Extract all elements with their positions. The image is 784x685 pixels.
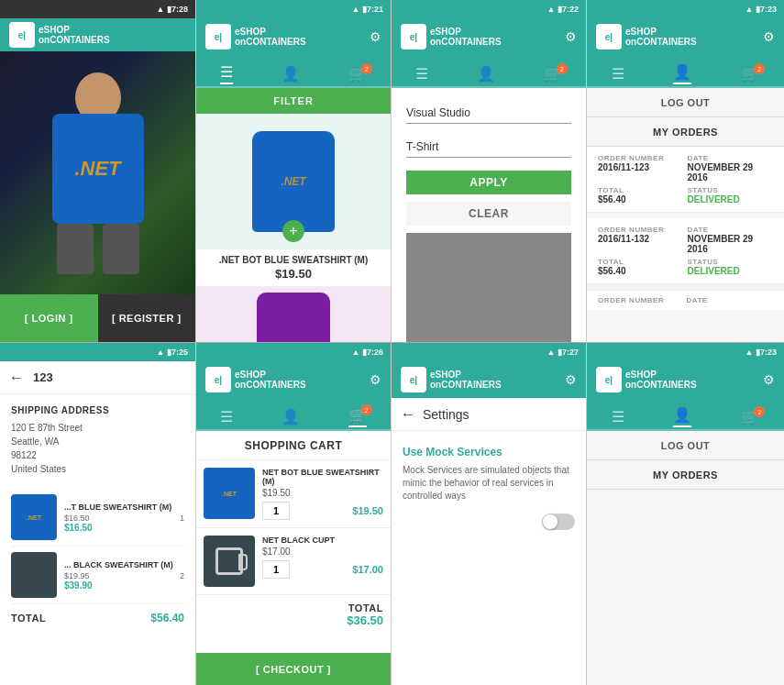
status-time-settings: 7:27 <box>562 348 579 357</box>
back-arrow-shipping[interactable]: ← <box>9 370 24 386</box>
checkout-button[interactable]: [ CHECKOUT ] <box>196 653 391 685</box>
product-image-2 <box>196 287 391 342</box>
toggle-row <box>403 514 575 530</box>
app-logo-cart: e| eSHOP onCONTAINERS <box>205 367 306 392</box>
cart-title-bar: SHOPPING CART <box>196 431 391 460</box>
orders2-app-header: e| eSHOP onCONTAINERS ⚙ <box>587 361 784 398</box>
nav-person-orders[interactable]: 👤 <box>673 63 691 84</box>
logo-text-filter: eSHOP onCONTAINERS <box>430 27 502 47</box>
logo-icon-settings: e| <box>401 367 426 392</box>
clear-filter-button[interactable]: CLEAR <box>406 202 571 226</box>
shirt-display: .NET <box>52 114 144 224</box>
login-buttons-container: [ LOGIN ] [ REGISTER ] <box>0 294 195 342</box>
catalog-header-icons: ⚙ <box>370 29 381 44</box>
order1-total: TOTAL $56.40 <box>598 186 684 204</box>
orders-app-header: e| eSHOP onCONTAINERS ⚙ <box>587 18 784 55</box>
catalog-panel: ▲ ▮ 7:21 e| eSHOP onCONTAINERS ⚙ ☰ 👤 🛒2 <box>195 0 391 342</box>
gear-icon-cart[interactable]: ⚙ <box>370 372 381 387</box>
nav-cart-orders[interactable]: 🛒2 <box>741 65 759 84</box>
register-button[interactable]: [ REGISTER ] <box>98 294 196 342</box>
status-time-login: 7:28 <box>171 5 188 14</box>
brand-filter-field <box>406 103 571 124</box>
nav-cart-cart[interactable]: 🛒2 <box>348 406 367 427</box>
left-leg <box>57 224 94 274</box>
shipping-address: 120 E 87th Street Seattle, WA 98122 Unit… <box>11 421 184 476</box>
logo-icon-cart: e| <box>205 367 231 392</box>
gear-icon-orders2[interactable]: ⚙ <box>763 372 775 387</box>
cart-thumb-2 <box>204 536 255 587</box>
app-logo-orders2: e| eSHOP onCONTAINERS <box>596 367 697 392</box>
nav-cart-orders2[interactable]: 🛒2 <box>741 408 759 427</box>
thumb-net-text-1: .NET <box>27 514 41 521</box>
brand-filter-input[interactable] <box>406 103 571 124</box>
logout-button[interactable]: LOG OUT <box>587 88 784 117</box>
gear-icon-orders[interactable]: ⚙ <box>763 29 775 44</box>
status-time-orders: 7:23 <box>760 5 777 14</box>
cart-badge-filter: 2 <box>557 63 568 74</box>
shipping-total-row: TOTAL $56.40 <box>11 604 184 632</box>
nav-cart-filter[interactable]: 🛒2 <box>544 65 562 84</box>
cart-item-1-qty[interactable]: 1 <box>262 502 290 520</box>
my-orders-title: MY ORDERS <box>587 117 784 147</box>
gear-icon-filter[interactable]: ⚙ <box>565 29 577 44</box>
hero-person: .NET <box>0 51 195 294</box>
order2-total: TOTAL $56.40 <box>598 258 684 276</box>
status-time-cart: 7:26 <box>367 348 383 357</box>
nav-menu-cart[interactable]: ☰ <box>220 408 233 427</box>
logo-icon-login: e| <box>9 22 35 48</box>
shipping-item-2-price-row: $19.95 2 <box>64 571 184 580</box>
status-bar-orders2: ▲ ▮ 7:23 <box>587 343 784 361</box>
back-arrow-settings[interactable]: ← <box>401 406 415 423</box>
cart-title: SHOPPING CART <box>245 439 343 452</box>
settings-header-icons: ⚙ <box>565 372 577 387</box>
logout-button-2[interactable]: LOG OUT <box>587 431 784 460</box>
orders-header-icons: ⚙ <box>763 29 775 44</box>
settings-content: Use Mock Services Mock Services are simu… <box>392 431 586 545</box>
login-button[interactable]: [ LOGIN ] <box>0 294 98 342</box>
type-filter-input[interactable] <box>406 137 571 158</box>
filter-content: APPLY CLEAR <box>392 88 586 342</box>
product-name-1: .NET BOT BLUE SWEATSHIRT (M) <box>204 255 383 265</box>
add-to-cart-btn-1[interactable]: + <box>282 220 304 242</box>
mock-services-toggle[interactable] <box>542 514 575 530</box>
nav-cart-catalog[interactable]: 🛒2 <box>348 65 367 84</box>
product-image-1: + <box>196 114 391 249</box>
shipping-item-1-info: ...T BLUE SWEATSHIRT (M) $16.50 1 $16.50 <box>64 503 184 533</box>
status-bar-login: ▲ ▮ 7:28 <box>0 0 195 18</box>
gear-icon-settings[interactable]: ⚙ <box>565 372 577 387</box>
nav-menu-orders[interactable]: ☰ <box>612 65 624 84</box>
status-icons-filter: ▲ ▮ <box>547 5 562 14</box>
cart-item-2-qty[interactable]: 1 <box>262 560 290 579</box>
nav-person-cart[interactable]: 👤 <box>282 408 300 427</box>
filter-header-icons: ⚙ <box>565 29 577 44</box>
my-orders-title-2: MY ORDERS <box>587 460 784 490</box>
type-filter-field <box>406 137 571 158</box>
logo-text-orders: eSHOP onCONTAINERS <box>625 27 697 47</box>
apply-filter-button[interactable]: APPLY <box>406 171 571 194</box>
right-leg <box>103 224 139 274</box>
catalog-nav-bar: ☰ 👤 🛒2 <box>196 55 391 88</box>
nav-menu-orders2[interactable]: ☰ <box>612 408 624 427</box>
logo-icon-catalog: e| <box>205 24 231 50</box>
mock-services-desc: Mock Services are simulated objects that… <box>403 464 575 503</box>
nav-person-catalog[interactable]: 👤 <box>282 65 300 84</box>
nav-person-orders2[interactable]: 👤 <box>673 406 691 427</box>
gear-icon-catalog[interactable]: ⚙ <box>370 29 381 44</box>
nav-person-filter[interactable]: 👤 <box>477 65 495 84</box>
product-card-2 <box>196 287 391 342</box>
status-icons-orders: ▲ ▮ <box>745 5 760 14</box>
nav-menu-filter[interactable]: ☰ <box>415 65 428 84</box>
shipping-panel: ▲ ▮ 7:25 ← 123 SHIPPING ADDRESS 120 E 87… <box>0 343 195 685</box>
logo-icon-filter: e| <box>401 24 426 50</box>
orders2-header-icons: ⚙ <box>763 372 775 387</box>
status-icons-cart: ▲ ▮ <box>352 348 367 357</box>
filter-nav-bar: ☰ 👤 🛒2 <box>392 55 586 88</box>
shipping-content: SHIPPING ADDRESS 120 E 87th Street Seatt… <box>0 394 195 643</box>
status-icons-login: ▲ ▮ <box>157 5 171 14</box>
logo-text-settings: eSHOP onCONTAINERS <box>430 370 502 390</box>
order2-status: STATUS DELIVERED <box>688 258 774 276</box>
order-row-1: ORDER NUMBER 2016/11-123 DATE NOVEMBER 2… <box>587 147 784 213</box>
nav-menu-catalog[interactable]: ☰ <box>220 63 233 84</box>
filter-bar[interactable]: FILTER <box>196 88 391 114</box>
order-row-2: ORDER NUMBER 2016/11-132 DATE NOVEMBER 2… <box>587 218 784 284</box>
